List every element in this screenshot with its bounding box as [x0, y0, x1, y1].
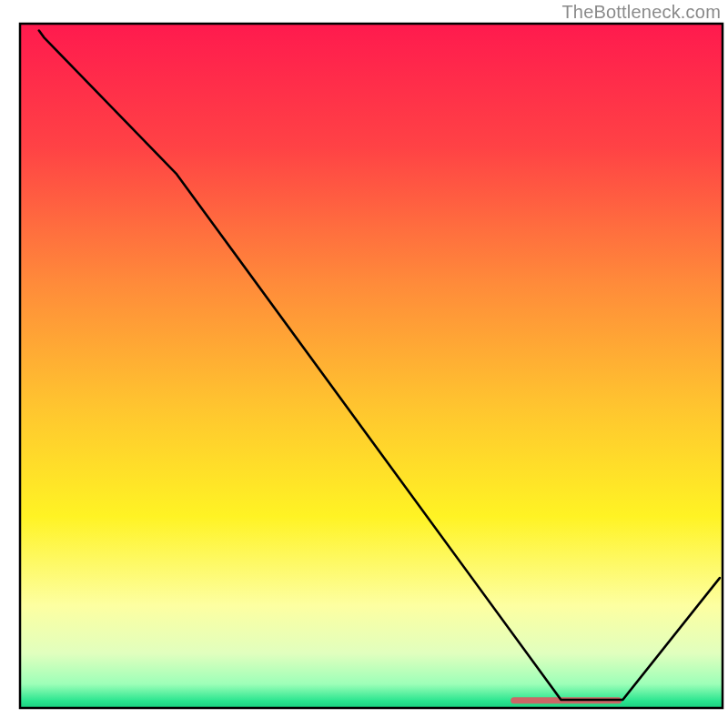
bottleneck-chart: [0, 0, 728, 728]
plot-background: [20, 24, 723, 708]
